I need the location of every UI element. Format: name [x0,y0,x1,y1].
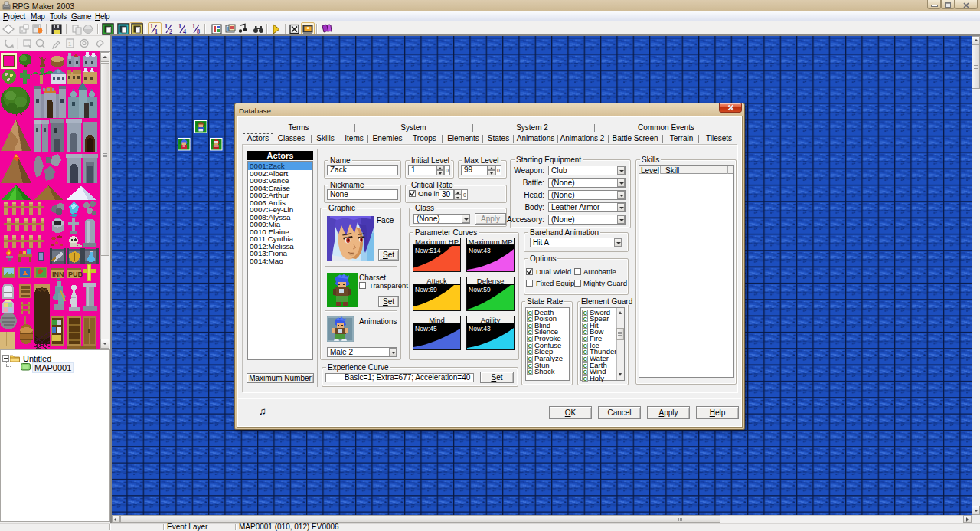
svg-text:C: C [528,336,533,342]
svg-text:1: 1 [192,23,195,30]
svg-text:C: C [528,323,533,329]
svg-text:C: C [583,329,588,335]
svg-text:C: C [528,362,533,369]
svg-text:INN: INN [52,270,64,278]
svg-text:C: C [583,349,588,355]
svg-text:C: C [528,343,533,349]
svg-text:C: C [583,362,588,369]
svg-text:C: C [583,356,588,362]
svg-text:C: C [528,369,533,375]
svg-text:C: C [583,323,588,329]
svg-text:1: 1 [150,23,153,30]
svg-text:1: 1 [68,41,72,48]
svg-text:C: C [528,349,533,355]
svg-text:C: C [528,316,533,322]
svg-text:1: 1 [165,23,168,30]
svg-text:C: C [583,375,588,382]
svg-text:C: C [528,310,533,316]
svg-text:C: C [583,336,588,342]
svg-text:1: 1 [178,23,181,30]
svg-text:C: C [583,310,588,316]
svg-text:C: C [528,356,533,362]
svg-text:C: C [583,316,588,322]
svg-text:C: C [583,369,588,375]
svg-text:PUB: PUB [68,270,83,278]
svg-text:C: C [528,329,533,335]
svg-text:C: C [583,343,588,349]
